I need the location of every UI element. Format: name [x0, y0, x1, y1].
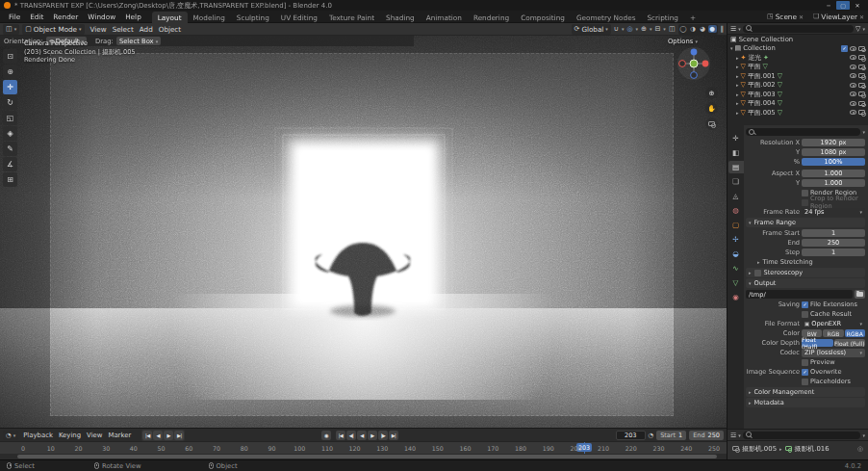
disclosure-icon[interactable]: ▸	[736, 82, 739, 88]
workspace-tab-uv-editing[interactable]: UV Editing	[275, 12, 323, 23]
resolution-y-field[interactable]: 1080 px	[802, 148, 865, 156]
show-gizmo-icon[interactable]: ⊕	[641, 25, 647, 33]
resolution-x-field[interactable]: 1920 px	[802, 139, 865, 146]
mode-dropdown[interactable]: ▢ Object Mode ▾	[22, 24, 84, 35]
preview-range-icon[interactable]: ◔	[649, 432, 654, 439]
physics-tab-button[interactable]: ◒	[728, 248, 744, 260]
view-layer-selector[interactable]: ❏ ViewLayer ✕	[813, 13, 864, 21]
timeline-menu-view[interactable]: View	[84, 432, 105, 439]
current-frame-field[interactable]: 203	[616, 431, 645, 440]
outliner-collection[interactable]: ▾▤Collection✓	[728, 44, 868, 54]
render-region-checkbox[interactable]	[802, 190, 808, 196]
next-keyframe-icon[interactable]: |▶	[378, 431, 388, 440]
workspace-tab-scripting[interactable]: Scripting	[641, 12, 683, 23]
viewport-menu-add[interactable]: Add	[137, 25, 156, 34]
outliner-editor-icon[interactable]: ☰	[730, 25, 736, 33]
workspace-add-button[interactable]: +	[684, 12, 702, 23]
aspect-y-field[interactable]: 1.000	[802, 179, 865, 187]
disclosure-icon[interactable]: ▸	[736, 92, 739, 97]
annotate-tool-button[interactable]: ✎	[3, 142, 17, 156]
move-tool-button[interactable]: ✛	[3, 80, 17, 94]
show-overlays-icon[interactable]: ⊟	[654, 25, 660, 33]
transform-orientation-dropdown[interactable]: ⟳ Global ▾	[572, 24, 611, 35]
workspace-tab-modeling[interactable]: Modeling	[188, 12, 231, 23]
zoom-icon[interactable]: ⊕	[705, 87, 718, 99]
jump-to-end-icon[interactable]: ▶|	[389, 431, 398, 440]
view-layer-tab-button[interactable]: ❏	[728, 175, 744, 188]
hide-eye-icon[interactable]	[850, 73, 856, 78]
hide-eye-icon[interactable]	[850, 101, 856, 106]
overwrite-checkbox[interactable]: ✓	[802, 369, 808, 376]
viewport-menu-select[interactable]: Select	[110, 25, 137, 34]
frame-start-value-field[interactable]: 1	[802, 229, 865, 237]
rotate-tool-button[interactable]: ↻	[3, 95, 17, 110]
maximize-button[interactable]: ▢	[836, 1, 850, 10]
workspace-tab-layout[interactable]: Layout	[152, 12, 188, 23]
disclosure-icon[interactable]: ▾	[730, 45, 733, 51]
viewport-options-menu[interactable]: Options ▾	[668, 38, 698, 45]
disclosure-icon[interactable]: ▸	[736, 64, 739, 69]
frame-jump-icon[interactable]: ▶|	[174, 431, 184, 440]
stereoscopy-checkbox[interactable]	[754, 270, 761, 276]
app-menu-help[interactable]: Help	[120, 13, 146, 21]
workspace-tab-rendering[interactable]: Rendering	[468, 12, 515, 23]
object-tab-button[interactable]: ▢	[728, 219, 744, 231]
workspace-tab-geometry-nodes[interactable]: Geometry Nodes	[571, 12, 642, 23]
output-tab-button[interactable]: ▤	[728, 161, 744, 173]
timeline-menu-keying[interactable]: Keying	[56, 432, 84, 439]
filter-icon[interactable]: ▽	[855, 25, 860, 33]
measure-tool-button[interactable]: ∡	[3, 157, 17, 171]
color-depth-button[interactable]: Float (Full)	[834, 339, 866, 347]
disable-render-icon[interactable]	[858, 110, 865, 115]
disable-render-icon[interactable]	[858, 83, 865, 88]
workspace-tab-texture-paint[interactable]: Texture Paint	[323, 12, 380, 23]
frame-jump-icon[interactable]: ▶	[164, 431, 173, 440]
hide-eye-icon[interactable]	[850, 83, 856, 88]
workspace-tab-sculpting[interactable]: Sculpting	[231, 12, 275, 23]
file-format-dropdown[interactable]: ▣ OpenEXR▾	[802, 320, 865, 328]
disclosure-icon[interactable]: ▸	[736, 73, 739, 79]
cursor-tool-button[interactable]: ⊕	[3, 65, 17, 79]
solid-shading-icon[interactable]: ◑	[689, 25, 698, 33]
output-panel-header[interactable]: ▾Output	[746, 278, 865, 288]
outliner-object-平面.005[interactable]: ▸▽平面.005▽	[728, 108, 868, 118]
frame-jump-icon[interactable]: |◀	[142, 431, 152, 440]
disable-render-icon[interactable]	[858, 101, 865, 106]
breadcrumb-object-name[interactable]: 摄影机.005	[742, 444, 777, 454]
file-extensions-checkbox[interactable]: ✓	[802, 301, 808, 308]
outliner-object-平面.004[interactable]: ▸▽平面.004▽	[728, 99, 868, 109]
frame-step-field[interactable]: 1	[802, 249, 865, 256]
tool-tab-button[interactable]: ✛	[728, 132, 744, 144]
properties-editor-icon[interactable]: ☲	[730, 432, 736, 439]
world-tab-button[interactable]: ◍	[728, 204, 744, 217]
hide-eye-icon[interactable]	[850, 110, 856, 115]
frame-start-field[interactable]: Start 1	[656, 431, 686, 440]
scene-unlink-icon[interactable]: ✕	[799, 13, 804, 20]
browse-folder-button[interactable]	[855, 290, 865, 299]
viewport-menu-object[interactable]: Object	[156, 25, 184, 34]
app-menu-render[interactable]: Render	[48, 13, 83, 21]
minimize-button[interactable]: ─	[822, 1, 835, 10]
pan-hand-icon[interactable]: ✋	[705, 102, 718, 115]
resolution-percentage-slider[interactable]: 100%	[802, 158, 865, 166]
view-layer-unlink-icon[interactable]: ✕	[859, 13, 864, 20]
render-view[interactable]	[0, 36, 727, 428]
rendered-shading-icon[interactable]: ●	[708, 25, 717, 33]
time-stretching-subpanel[interactable]: ▸Time Stretching	[746, 257, 865, 267]
timeline-editor-type-button[interactable]: ◔▾	[3, 431, 18, 440]
exclude-checkbox[interactable]: ✓	[841, 45, 848, 52]
mini-props-search-input[interactable]	[743, 432, 861, 439]
select-box-tool-button[interactable]: ⊡	[3, 49, 17, 64]
timeline-ruler[interactable]: 203 010203040506070809010011012013014015…	[0, 441, 727, 454]
breadcrumb-data-name[interactable]: 摄影机.016	[795, 444, 830, 454]
timeline-scrollbar[interactable]	[17, 455, 717, 458]
scene-tab-button[interactable]: ◬	[728, 190, 744, 202]
outliner-search-input[interactable]	[743, 25, 854, 33]
outliner-object-平面.001[interactable]: ▸▽平面.001▽	[728, 71, 868, 81]
color-mode-rgba-button[interactable]: RGBA	[845, 329, 865, 337]
frame-end-value-field[interactable]: 250	[802, 239, 865, 247]
hide-eye-icon[interactable]	[850, 55, 856, 60]
pin-icon[interactable]: ◎	[857, 445, 863, 453]
frame-range-panel-header[interactable]: ▾Frame Range	[746, 218, 865, 227]
close-button[interactable]: ✕	[851, 1, 864, 10]
